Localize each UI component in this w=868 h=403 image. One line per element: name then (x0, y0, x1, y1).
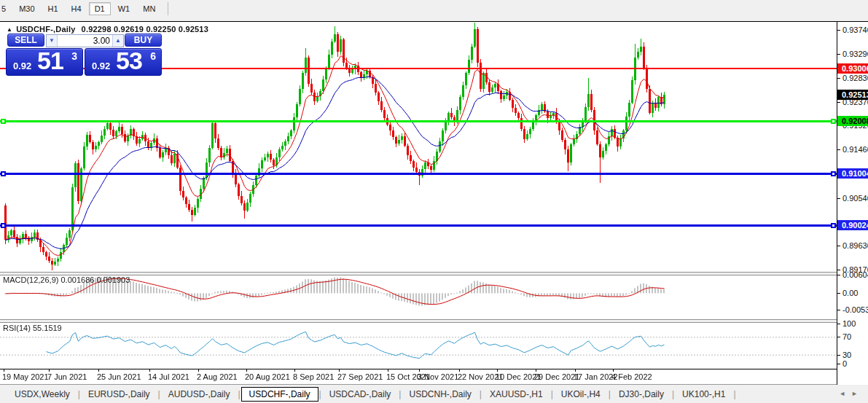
timeframe-button-D1[interactable]: D1 (89, 2, 111, 15)
volume-stepper: ▼ ▲ (46, 34, 124, 47)
chart-tabs: USDX,Weekly|EURUSD-,Daily|AUDUSD-,Daily|… (0, 385, 737, 403)
tab-separator: | (238, 389, 240, 399)
sell-button[interactable]: SELL (7, 34, 44, 47)
price-tick-label: 0.90540 (842, 194, 868, 203)
rsi-label: RSI(14) 55.1519 (3, 324, 62, 332)
rsi-value: 55.1519 (33, 324, 62, 332)
macd-label: MACD(12,26,9) 0.001686 0.001903 (3, 275, 130, 284)
date-tick-label: 4 Feb 2022 (611, 372, 652, 381)
tab-scroll-left-icon[interactable]: ◄ (839, 390, 851, 397)
rsi-name: RSI(14) (3, 324, 31, 332)
chart-tab-usdx-weekly[interactable]: USDX,Weekly (7, 387, 77, 402)
price-badge-0.90024: 0.90024 (837, 220, 868, 230)
date-tick-label: 2 Aug 2021 (197, 372, 238, 381)
date-tick-label: 8 Sep 2021 (293, 372, 334, 381)
pane-separator-rsi[interactable] (0, 319, 868, 323)
chart-tab-ukoil-h4[interactable]: UKOil-,H4 (554, 387, 608, 402)
axis-tick-mark (837, 78, 840, 79)
date-tick-label: 7 Jun 2021 (47, 372, 87, 381)
chart-tab-uk100-h1[interactable]: UK100-,H1 (675, 387, 732, 402)
timeframe-toolbar: 5M30H1H4D1W1MN (0, 0, 868, 21)
price-badge-0.92008: 0.92008 (837, 116, 868, 126)
axis-tick-mark (837, 30, 840, 31)
bid-price-big: 51 (37, 47, 63, 75)
ask-price-sup: 6 (150, 50, 156, 62)
ask-price-prefix: 0.92 (92, 60, 110, 71)
chart-tab-audusd-daily[interactable]: AUDUSD-,Daily (161, 387, 238, 402)
price-badge-0.91004: 0.91004 (837, 168, 868, 179)
rsi-axis-label: 100 (842, 319, 856, 328)
bid-price-prefix: 0.92 (13, 60, 31, 71)
price-tick-label: 0.93290 (842, 50, 868, 58)
axis-tick-mark (837, 246, 840, 246)
chart-tab-xauusd-h1[interactable]: XAUUSD-,H1 (482, 387, 550, 402)
tab-separator: | (319, 389, 321, 399)
timeframe-button-M30[interactable]: M30 (13, 2, 40, 15)
date-tick-label: 20 Aug 2021 (245, 372, 290, 381)
price-axis[interactable]: 0.937400.932900.928300.923700.919200.914… (837, 22, 868, 385)
date-tick-label: 25 Jun 2021 (97, 372, 141, 381)
price-badge-0.92513: 0.92513 (837, 90, 868, 100)
one-click-trading-panel: SELL ▼ ▲ BUY 0.92 51 3 0.92 53 6 (6, 33, 163, 95)
pane-border-bottom (0, 369, 868, 369)
toolbar-separator (168, 2, 168, 15)
rsi-axis-label: 30 (842, 351, 851, 359)
axis-tick-mark (837, 310, 840, 310)
chart-tab-usdcad-daily[interactable]: USDCAD-,Daily (322, 387, 399, 402)
chart-tab-bar: USDX,Weekly|EURUSD-,Daily|AUDUSD-,Daily|… (0, 384, 868, 403)
caret-up-icon: ▲ (115, 37, 121, 44)
tab-separator: | (78, 389, 80, 399)
sell-price-panel[interactable]: 0.92 51 3 (6, 48, 83, 76)
axis-tick-mark (837, 198, 840, 199)
volume-input[interactable] (58, 35, 112, 47)
price-tick-label: 0.92830 (842, 74, 868, 82)
price-tick-label: 0.93740 (842, 26, 868, 34)
timeframe-button-W1[interactable]: W1 (112, 2, 136, 15)
timeframe-button-H4[interactable]: H4 (66, 2, 87, 15)
buy-button[interactable]: BUY (125, 34, 162, 47)
buy-price-panel[interactable]: 0.92 53 6 (85, 48, 162, 76)
tab-scroll-arrows: ◄► (839, 390, 864, 397)
chart-tab-dj30-daily[interactable]: DJ30-,Daily (611, 387, 671, 402)
timeframe-button-5[interactable]: 5 (0, 2, 12, 15)
axis-tick-mark (837, 355, 840, 356)
macd-axis-label: 0.00 (842, 289, 858, 297)
tab-scroll-right-icon[interactable]: ► (851, 390, 864, 397)
chart-tab-usdchf-daily[interactable]: USDCHF-,Daily (241, 387, 318, 402)
macd-name: MACD(12,26,9) (3, 275, 58, 284)
axis-tick-mark (837, 54, 840, 55)
axis-tick-mark (837, 275, 840, 275)
collapse-triangle-icon[interactable]: ▲ (7, 26, 12, 33)
timeframe-button-H1[interactable]: H1 (42, 2, 64, 15)
macd-axis-label: 0.006045 (842, 270, 868, 279)
price-tick-label: 0.91460 (842, 145, 868, 154)
tab-separator: | (672, 389, 674, 399)
macd-axis-label: -0.005383 (842, 305, 868, 314)
axis-tick-mark (837, 337, 840, 337)
date-tick-label: 14 Jul 2021 (148, 372, 189, 381)
axis-tick-mark (837, 270, 840, 270)
tab-separator: | (609, 389, 611, 399)
rsi-axis-label: 0 (842, 359, 847, 368)
price-badge-0.93006: 0.93006 (837, 63, 868, 74)
axis-tick-mark (837, 364, 840, 364)
volume-increase-button[interactable]: ▲ (112, 35, 123, 47)
tab-separator: | (733, 389, 735, 399)
chart-window: ▲USDCHF-,Daily0.92298 0.92619 0.92250 0.… (0, 21, 868, 385)
pane-separator-macd[interactable] (0, 272, 868, 275)
mt4-window: 5M30H1H4D1W1MN ▲USDCHF-,Daily0.92298 0.9… (0, 0, 868, 403)
price-tick-label: 0.89630 (842, 241, 868, 250)
date-tick-label: 19 May 2021 (2, 372, 49, 381)
tab-separator: | (158, 389, 160, 399)
ask-price-big: 53 (116, 47, 142, 75)
volume-decrease-button[interactable]: ▼ (47, 35, 58, 47)
axis-tick-mark (837, 102, 840, 103)
timeframe-button-MN[interactable]: MN (137, 2, 161, 15)
bid-price-sup: 3 (71, 50, 77, 62)
tab-separator: | (551, 389, 553, 399)
caret-down-icon: ▼ (49, 37, 55, 44)
axis-tick-mark (837, 324, 840, 324)
axis-tick-mark (837, 293, 840, 294)
chart-tab-usdcnh-daily[interactable]: USDCNH-,Daily (402, 387, 478, 402)
chart-tab-eurusd-daily[interactable]: EURUSD-,Daily (81, 387, 157, 402)
